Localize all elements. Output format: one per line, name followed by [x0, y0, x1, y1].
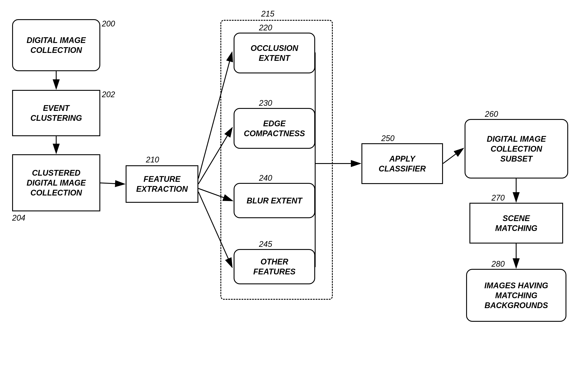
ref-270: 270: [492, 193, 505, 203]
box-images-matching-backgrounds: IMAGES HAVING MATCHING BACKGROUNDS: [466, 269, 567, 322]
ref-215: 215: [261, 9, 274, 19]
box-apply-classifier: APPLY CLASSIFIER: [361, 143, 443, 184]
ref-220: 220: [259, 23, 272, 32]
ref-240: 240: [259, 173, 272, 183]
svg-line-14: [443, 149, 463, 164]
box-occlusion-extent: OCCLUSION EXTENT: [234, 33, 315, 73]
ref-245: 245: [259, 239, 272, 249]
ref-200: 200: [102, 19, 115, 28]
ref-204: 204: [12, 213, 25, 223]
ref-202: 202: [102, 90, 115, 99]
ref-260: 260: [485, 110, 498, 119]
svg-line-3: [100, 183, 124, 184]
box-digital-image-collection-subset: DIGITAL IMAGE COLLECTION SUBSET: [465, 119, 568, 178]
box-other-features: OTHER FEATURES: [234, 249, 315, 284]
box-event-clustering: EVENT CLUSTERING: [12, 90, 100, 136]
ref-210: 210: [146, 155, 159, 164]
box-digital-image-collection: DIGITAL IMAGE COLLECTION: [12, 19, 100, 71]
ref-250: 250: [381, 134, 395, 143]
diagram-container: 215 DIGITAL IMAGE COLLECTION 200 EVENT C…: [0, 0, 588, 374]
box-clustered-digital-image: CLUSTERED DIGITAL IMAGE COLLECTION: [12, 154, 100, 211]
ref-280: 280: [492, 260, 505, 269]
box-scene-matching: SCENE MATCHING: [469, 203, 563, 244]
box-edge-compactness: EDGE COMPACTNESS: [234, 108, 315, 149]
box-feature-extraction: FEATURE EXTRACTION: [126, 165, 198, 203]
ref-230: 230: [259, 99, 272, 108]
box-blur-extent: BLUR EXTENT: [234, 183, 315, 218]
